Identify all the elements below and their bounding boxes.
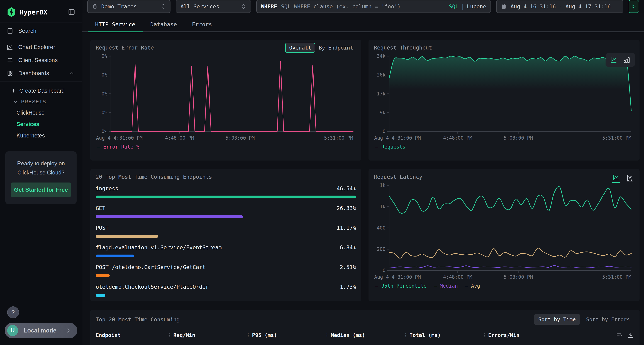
user-menu[interactable]: U Local mode <box>5 323 77 338</box>
sidebar-item-search[interactable]: Search <box>0 24 82 37</box>
promo-text-line1: Ready to deploy on <box>11 159 71 168</box>
endpoint-row[interactable]: flagd.evaluation.v1.Service/EventStream6… <box>96 244 356 257</box>
sort-by-errors-button[interactable]: Sort by Errors <box>582 314 634 325</box>
error-rate-toggle: Overall By Endpoint <box>285 43 357 53</box>
endpoint-row[interactable]: POST /oteldemo.CartService/GetCart2.51% <box>96 264 356 277</box>
select-chevrons-icon <box>241 3 246 10</box>
throughput-chart[interactable]: 09k17k26k34kAug 4 4:31:00 PM4:48:00 PM5:… <box>374 52 634 143</box>
column-drag-handle-icon[interactable]: ⋮ <box>325 333 329 338</box>
legend-item-95th-percentile[interactable]: — 95th Percentile <box>375 283 427 289</box>
legend-item-error-rate-[interactable]: — Error Rate % <box>97 144 139 150</box>
endpoint-bar <box>96 274 110 277</box>
legend-item-median[interactable]: — Median <box>434 283 458 289</box>
table-header-row: Endpoint⋮Req/Min⋮P95 (ms)⋮Median (ms)⋮To… <box>96 332 634 339</box>
legend-item-avg[interactable]: — Avg <box>465 283 480 289</box>
by-endpoint-toggle-button[interactable]: By Endpoint <box>315 43 357 52</box>
database-icon <box>92 3 98 9</box>
svg-text:34k: 34k <box>377 53 386 59</box>
get-started-button[interactable]: Get Started for Free <box>11 183 71 197</box>
histogram-chart-type-button[interactable] <box>626 174 634 182</box>
create-dashboard-button[interactable]: Create Dashboard <box>0 85 82 96</box>
source-select[interactable]: Demo Traces <box>87 0 170 13</box>
service-select[interactable]: All Services <box>176 0 251 13</box>
panel-top-table: Top 20 Most Time Consuming Sort by Time … <box>90 310 640 345</box>
table-header-errors-min[interactable]: ⋮Errors/Min <box>482 332 582 338</box>
panel-title: Request Throughput <box>374 44 634 51</box>
endpoint-percent: 26.33% <box>337 205 356 211</box>
row-options-icon[interactable] <box>616 332 622 339</box>
table-header-endpoint[interactable]: Endpoint <box>96 332 167 338</box>
error-rate-chart[interactable]: 0%0%0%0%0%Aug 4 4:31:00 PM4:48:00 PM5:03… <box>96 52 356 143</box>
latency-chart[interactable]: 02004001k1kAug 4 4:31:00 PM4:48:00 PM5:0… <box>374 182 634 282</box>
dashboard-tabs: HTTP Service Database Errors <box>82 13 644 32</box>
latency-chart-type-toggle <box>612 173 634 183</box>
run-query-button[interactable] <box>628 0 639 13</box>
table-header-median-ms-[interactable]: ⋮Median (ms) <box>325 332 404 338</box>
sidebar-collapse-icon[interactable] <box>68 8 75 16</box>
tab-database[interactable]: Database <box>143 18 184 31</box>
svg-text:5:31:00 PM: 5:31:00 PM <box>602 274 631 280</box>
overall-toggle-button[interactable]: Overall <box>285 43 315 53</box>
line-chart-type-button[interactable] <box>612 173 620 183</box>
sidebar-item-dashboards[interactable]: Dashboards <box>0 67 82 80</box>
endpoint-percent: 2.51% <box>340 264 356 270</box>
lucene-mode-button[interactable]: Lucene <box>467 3 486 10</box>
table-header-p95-ms-[interactable]: ⋮P95 (ms) <box>246 332 325 338</box>
tab-http-service[interactable]: HTTP Service <box>88 18 143 32</box>
table-header-total-ms-[interactable]: ⋮Total (ms) <box>404 332 482 338</box>
avatar: U <box>7 325 18 336</box>
svg-text:5:03:00 PM: 5:03:00 PM <box>226 135 255 141</box>
endpoint-label: POST <box>96 225 108 231</box>
tab-errors[interactable]: Errors <box>184 18 220 31</box>
chevron-down-icon <box>13 100 18 104</box>
panel-title: Request Latency <box>374 174 634 180</box>
endpoint-row[interactable]: GET26.33% <box>96 205 356 218</box>
latency-series-avg <box>389 248 631 258</box>
column-drag-handle-icon[interactable]: ⋮ <box>246 333 250 338</box>
sidebar-item-label: Search <box>18 27 36 34</box>
column-drag-handle-icon[interactable]: ⋮ <box>482 333 486 338</box>
column-drag-handle-icon[interactable]: ⋮ <box>167 333 172 338</box>
table-header-req-min[interactable]: ⋮Req/Min <box>167 332 246 338</box>
sidebar-item-chart-explorer[interactable]: Chart Explorer <box>0 40 82 54</box>
sidebar-item-client-sessions[interactable]: Client Sessions <box>0 54 82 67</box>
sidebar: HyperDX Search <box>0 0 82 345</box>
svg-text:5:03:00 PM: 5:03:00 PM <box>504 135 533 141</box>
search-input[interactable] <box>281 3 449 10</box>
sql-mode-button[interactable]: SQL <box>449 3 458 10</box>
preset-clickhouse[interactable]: ClickHouse <box>0 107 82 118</box>
preset-services[interactable]: Services <box>0 118 82 130</box>
endpoint-label: ingress <box>96 185 118 192</box>
endpoint-bar <box>96 215 243 218</box>
sidebar-item-label: Dashboards <box>18 70 49 76</box>
endpoint-row[interactable]: ingress46.54% <box>96 185 356 198</box>
help-button[interactable]: ? <box>7 306 19 318</box>
latency-legend: — 95th Percentile— Median— Avg <box>375 283 634 289</box>
laptop-icon <box>7 57 13 63</box>
svg-text:5:31:00 PM: 5:31:00 PM <box>324 135 353 141</box>
svg-text:4:48:00 PM: 4:48:00 PM <box>443 135 472 141</box>
column-drag-handle-icon[interactable]: ⋮ <box>404 333 408 338</box>
bar-chart-type-button[interactable] <box>623 56 630 64</box>
svg-text:5:03:00 PM: 5:03:00 PM <box>504 274 533 280</box>
service-select-value: All Services <box>180 3 219 10</box>
search-logs-icon <box>7 28 13 34</box>
svg-text:1k: 1k <box>380 183 386 188</box>
panel-title: 20 Top Most Time Consuming Endpoints <box>96 174 356 180</box>
where-clause-searchbar[interactable]: WHERE SQL | Lucene <box>256 0 491 13</box>
time-range-picker[interactable]: Aug 4 16:31:16 - Aug 4 17:31:16 <box>496 0 623 13</box>
source-select-value: Demo Traces <box>101 3 137 10</box>
endpoint-row[interactable]: oteldemo.CheckoutService/PlaceOrder1.73% <box>96 284 356 297</box>
panel-top-endpoints: 20 Top Most Time Consuming Endpoints ing… <box>90 169 361 301</box>
sort-by-time-button[interactable]: Sort by Time <box>534 314 580 325</box>
presets-toggle[interactable]: PRESETS <box>0 96 82 107</box>
hyperdx-logo-icon <box>7 7 16 17</box>
preset-kubernetes[interactable]: Kubernetes <box>0 130 82 141</box>
line-chart-type-button[interactable] <box>610 56 618 64</box>
chevron-right-icon <box>65 328 71 334</box>
download-icon[interactable] <box>627 332 634 339</box>
sidebar-nav: Search Chart Explorer Client Sessions <box>0 22 82 143</box>
legend-item-requests[interactable]: — Requests <box>375 144 406 150</box>
logo-row: HyperDX <box>0 0 82 22</box>
endpoint-row[interactable]: POST11.17% <box>96 225 356 238</box>
